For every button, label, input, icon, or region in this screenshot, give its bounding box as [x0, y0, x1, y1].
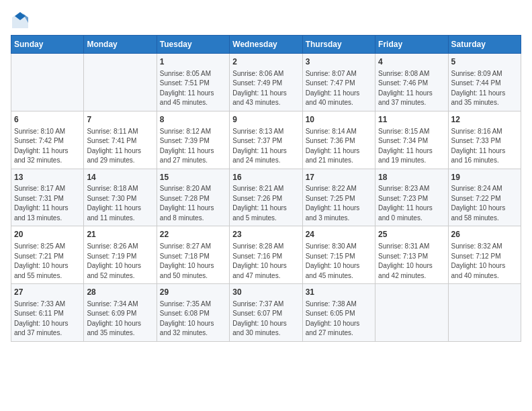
day-number: 21 — [87, 229, 153, 240]
logo — [11, 11, 32, 30]
calendar-cell: 2Sunrise: 8:06 AM Sunset: 7:49 PM Daylig… — [230, 54, 302, 111]
day-number: 30 — [232, 287, 299, 298]
calendar-cell: 7Sunrise: 8:11 AM Sunset: 7:41 PM Daylig… — [84, 111, 157, 169]
day-number: 4 — [378, 56, 445, 68]
calendar-cell: 9Sunrise: 8:13 AM Sunset: 7:37 PM Daylig… — [230, 111, 302, 169]
calendar-week-row: 13Sunrise: 8:17 AM Sunset: 7:31 PM Dayli… — [11, 169, 521, 226]
calendar-cell: 10Sunrise: 8:14 AM Sunset: 7:36 PM Dayli… — [302, 111, 375, 169]
calendar-week-row: 20Sunrise: 8:25 AM Sunset: 7:21 PM Dayli… — [11, 226, 521, 284]
calendar-cell: 15Sunrise: 8:20 AM Sunset: 7:28 PM Dayli… — [157, 169, 229, 226]
day-detail: Sunrise: 8:13 AM Sunset: 7:37 PM Dayligh… — [232, 127, 299, 166]
logo-icon — [11, 11, 30, 30]
day-detail: Sunrise: 8:28 AM Sunset: 7:16 PM Dayligh… — [232, 242, 299, 281]
day-detail: Sunrise: 8:22 AM Sunset: 7:25 PM Dayligh… — [306, 184, 372, 223]
day-detail: Sunrise: 8:32 AM Sunset: 7:12 PM Dayligh… — [451, 242, 518, 281]
day-of-week-header: Wednesday — [230, 36, 302, 54]
day-detail: Sunrise: 8:14 AM Sunset: 7:36 PM Dayligh… — [306, 127, 372, 166]
day-detail: Sunrise: 8:25 AM Sunset: 7:21 PM Dayligh… — [14, 242, 81, 281]
day-number: 20 — [14, 229, 81, 240]
day-number: 7 — [87, 114, 153, 126]
calendar-cell — [375, 284, 448, 342]
calendar-cell: 3Sunrise: 8:07 AM Sunset: 7:47 PM Daylig… — [302, 54, 375, 111]
calendar-cell: 1Sunrise: 8:05 AM Sunset: 7:51 PM Daylig… — [157, 54, 229, 111]
day-detail: Sunrise: 8:09 AM Sunset: 7:44 PM Dayligh… — [451, 69, 518, 108]
day-detail: Sunrise: 8:23 AM Sunset: 7:23 PM Dayligh… — [378, 184, 445, 223]
day-detail: Sunrise: 8:30 AM Sunset: 7:15 PM Dayligh… — [306, 242, 372, 281]
page-header — [11, 11, 521, 30]
calendar-cell: 26Sunrise: 8:32 AM Sunset: 7:12 PM Dayli… — [448, 226, 521, 284]
day-detail: Sunrise: 8:08 AM Sunset: 7:46 PM Dayligh… — [378, 69, 445, 108]
day-number: 26 — [451, 229, 518, 240]
day-detail: Sunrise: 7:38 AM Sunset: 6:05 PM Dayligh… — [306, 300, 372, 338]
calendar-header-row: SundayMondayTuesdayWednesdayThursdayFrid… — [11, 36, 521, 54]
day-detail: Sunrise: 8:21 AM Sunset: 7:26 PM Dayligh… — [232, 184, 299, 223]
day-detail: Sunrise: 8:12 AM Sunset: 7:39 PM Dayligh… — [160, 127, 226, 166]
day-number: 25 — [378, 229, 445, 240]
calendar-cell: 24Sunrise: 8:30 AM Sunset: 7:15 PM Dayli… — [302, 226, 375, 284]
calendar-cell: 16Sunrise: 8:21 AM Sunset: 7:26 PM Dayli… — [230, 169, 302, 226]
day-detail: Sunrise: 8:10 AM Sunset: 7:42 PM Dayligh… — [14, 127, 81, 166]
calendar-week-row: 27Sunrise: 7:33 AM Sunset: 6:11 PM Dayli… — [11, 284, 521, 342]
day-number: 10 — [306, 114, 372, 126]
calendar-cell: 23Sunrise: 8:28 AM Sunset: 7:16 PM Dayli… — [230, 226, 302, 284]
day-number: 11 — [378, 114, 445, 126]
day-detail: Sunrise: 7:34 AM Sunset: 6:09 PM Dayligh… — [87, 300, 153, 338]
calendar-cell: 12Sunrise: 8:16 AM Sunset: 7:33 PM Dayli… — [448, 111, 521, 169]
calendar-cell: 8Sunrise: 8:12 AM Sunset: 7:39 PM Daylig… — [157, 111, 229, 169]
day-detail: Sunrise: 8:17 AM Sunset: 7:31 PM Dayligh… — [14, 184, 81, 223]
day-of-week-header: Sunday — [11, 36, 84, 54]
day-number: 15 — [160, 172, 226, 183]
day-number: 29 — [160, 287, 226, 298]
day-detail: Sunrise: 8:06 AM Sunset: 7:49 PM Dayligh… — [232, 69, 299, 108]
calendar-cell: 30Sunrise: 7:37 AM Sunset: 6:07 PM Dayli… — [230, 284, 302, 342]
calendar-cell: 17Sunrise: 8:22 AM Sunset: 7:25 PM Dayli… — [302, 169, 375, 226]
calendar-cell: 4Sunrise: 8:08 AM Sunset: 7:46 PM Daylig… — [375, 54, 448, 111]
day-detail: Sunrise: 8:07 AM Sunset: 7:47 PM Dayligh… — [306, 69, 372, 108]
day-detail: Sunrise: 8:05 AM Sunset: 7:51 PM Dayligh… — [160, 69, 226, 108]
day-detail: Sunrise: 8:20 AM Sunset: 7:28 PM Dayligh… — [160, 184, 226, 223]
day-number: 24 — [306, 229, 372, 240]
calendar-cell — [84, 54, 157, 111]
day-number: 23 — [232, 229, 299, 240]
calendar-cell: 18Sunrise: 8:23 AM Sunset: 7:23 PM Dayli… — [375, 169, 448, 226]
calendar-cell — [448, 284, 521, 342]
day-number: 8 — [160, 114, 226, 126]
calendar-week-row: 6Sunrise: 8:10 AM Sunset: 7:42 PM Daylig… — [11, 111, 521, 169]
day-number: 6 — [14, 114, 81, 126]
day-detail: Sunrise: 8:24 AM Sunset: 7:22 PM Dayligh… — [451, 184, 518, 223]
day-number: 17 — [306, 172, 372, 183]
day-of-week-header: Monday — [84, 36, 157, 54]
calendar-cell: 13Sunrise: 8:17 AM Sunset: 7:31 PM Dayli… — [11, 169, 84, 226]
day-of-week-header: Thursday — [302, 36, 375, 54]
day-detail: Sunrise: 7:35 AM Sunset: 6:08 PM Dayligh… — [160, 300, 226, 338]
day-number: 28 — [87, 287, 153, 298]
day-number: 19 — [451, 172, 518, 183]
day-number: 16 — [232, 172, 299, 183]
day-number: 22 — [160, 229, 226, 240]
day-number: 9 — [232, 114, 299, 126]
day-of-week-header: Saturday — [448, 36, 521, 54]
day-detail: Sunrise: 8:18 AM Sunset: 7:30 PM Dayligh… — [87, 184, 153, 223]
day-number: 31 — [306, 287, 372, 298]
calendar-cell: 25Sunrise: 8:31 AM Sunset: 7:13 PM Dayli… — [375, 226, 448, 284]
calendar-cell: 14Sunrise: 8:18 AM Sunset: 7:30 PM Dayli… — [84, 169, 157, 226]
day-number: 18 — [378, 172, 445, 183]
day-number: 27 — [14, 287, 81, 298]
day-detail: Sunrise: 8:16 AM Sunset: 7:33 PM Dayligh… — [451, 127, 518, 166]
calendar-cell: 11Sunrise: 8:15 AM Sunset: 7:34 PM Dayli… — [375, 111, 448, 169]
calendar-table: SundayMondayTuesdayWednesdayThursdayFrid… — [11, 35, 521, 342]
day-number: 12 — [451, 114, 518, 126]
calendar-cell: 22Sunrise: 8:27 AM Sunset: 7:18 PM Dayli… — [157, 226, 229, 284]
calendar-cell: 19Sunrise: 8:24 AM Sunset: 7:22 PM Dayli… — [448, 169, 521, 226]
calendar-cell: 31Sunrise: 7:38 AM Sunset: 6:05 PM Dayli… — [302, 284, 375, 342]
day-detail: Sunrise: 7:37 AM Sunset: 6:07 PM Dayligh… — [232, 300, 299, 338]
day-number: 3 — [306, 56, 372, 68]
calendar-cell: 27Sunrise: 7:33 AM Sunset: 6:11 PM Dayli… — [11, 284, 84, 342]
day-number: 13 — [14, 172, 81, 183]
day-detail: Sunrise: 8:27 AM Sunset: 7:18 PM Dayligh… — [160, 242, 226, 281]
calendar-cell: 28Sunrise: 7:34 AM Sunset: 6:09 PM Dayli… — [84, 284, 157, 342]
day-of-week-header: Tuesday — [157, 36, 229, 54]
day-number: 5 — [451, 56, 518, 68]
day-detail: Sunrise: 8:31 AM Sunset: 7:13 PM Dayligh… — [378, 242, 445, 281]
calendar-cell: 20Sunrise: 8:25 AM Sunset: 7:21 PM Dayli… — [11, 226, 84, 284]
